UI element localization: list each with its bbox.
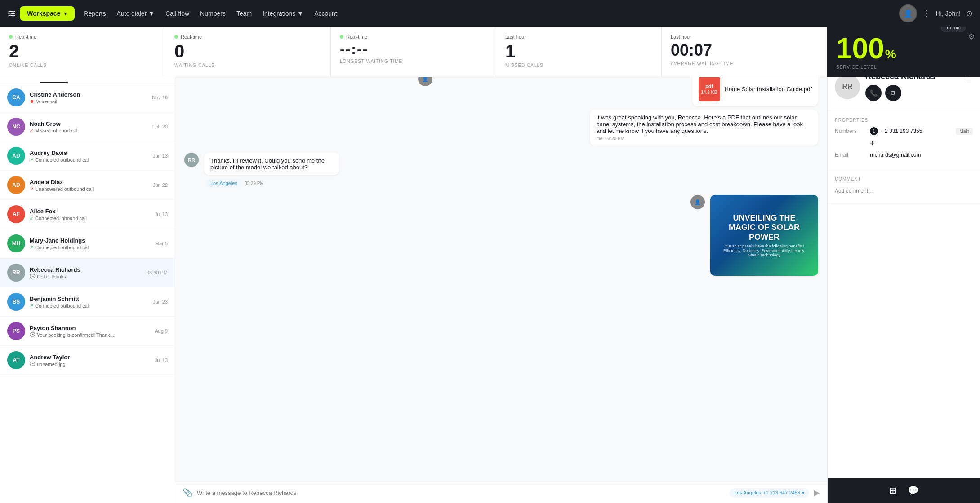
metric-type-label: Real-time [15,34,36,40]
grid-icon[interactable]: ⊞ [889,485,897,496]
call-button[interactable]: 📞 [865,85,882,101]
status-text: Connected inbound call [35,216,87,221]
numbers-label: Numbers [835,128,866,134]
more-icon[interactable]: ⋮ [922,9,931,18]
nav-right: 👤 ⋮ Hi, John! ⊙ [899,4,973,22]
comment-section: COMMENT [828,169,980,203]
location-tag: Los Angeles [206,179,242,188]
contact-time: Nov 16 [152,95,168,100]
list-item[interactable]: AF Alice Fox ↙ Connected inbound call Ju… [0,200,175,229]
service-level-label: SERVICE LEVEL [836,65,971,70]
list-item[interactable]: AT Andrew Taylor 💬 unnamed.jpg Jul 13 [0,346,175,375]
contact-time: Feb 20 [152,124,168,129]
status-icon: 💬 [30,274,35,279]
status-icon: ↙ [30,128,33,133]
contact-status: ↗ Connected outbound call [30,157,148,163]
contact-name: Alice Fox [30,208,150,215]
nav-numbers[interactable]: Numbers [200,10,226,17]
dropdown-chevron-icon: ▾ [802,490,805,496]
online-calls-label: ONLINE CALLS [9,63,156,68]
number-value: +1 831 293 7355 [882,128,952,134]
list-item[interactable]: CA Cristine Anderson ⏺ Voicemail Nov 16 [0,83,175,112]
chat-icon[interactable]: 💬 [908,485,919,496]
contact-name: Noah Crow [30,120,148,127]
contact-time: Jul 13 [155,212,168,217]
number-badge: 1 [870,127,878,135]
metric-type-label-3: Real-time [346,34,367,40]
comment-input[interactable] [835,186,973,196]
workspace-button[interactable]: Workspace ▼ [20,6,75,21]
email-button[interactable]: ✉ [885,85,901,101]
list-item[interactable]: AD Angela Diaz ↗ Unanswered outbound cal… [0,171,175,200]
status-icon: ↙ [30,216,33,221]
chat-panel: pdf 14.3 KB Home Solar Installation Guid… [175,63,827,503]
integrations-chevron-icon: ▼ [297,10,303,17]
status-text: Connected outbound call [35,157,90,163]
add-number-row: + [835,139,973,148]
attach-icon[interactable]: 📎 [183,488,192,498]
nav-autodialer[interactable]: Auto dialer ▼ [116,10,155,17]
status-icon: ↗ [30,157,33,162]
message-image: UNVEILING THE MAGIC OF SOLAR POWER Our s… [184,195,818,276]
list-item[interactable]: RR Rebecca Richards 💬 Got it, thanks! 03… [0,258,175,287]
metric-type-label-5: Last hour [671,34,691,40]
contact-status: 💬 Got it, thanks! [30,274,142,279]
chat-location-tag[interactable]: Los Angeles +1 213 647 2453 ▾ [730,488,809,498]
avg-wait-label: AVERAGE WAITING TIME [671,61,818,66]
status-text: Your booking is confirmed! Thank ... [37,332,116,338]
contact-avatar-chat: RR [184,153,199,167]
contact-info: Andrew Taylor 💬 unnamed.jpg [30,354,150,367]
help-icon[interactable]: ⊙ [966,9,973,18]
chat-messages: pdf 14.3 KB Home Solar Installation Guid… [175,63,827,482]
realtime-dot-2 [174,35,178,39]
greeting: Hi, John! [936,10,961,17]
contact-time: Jun 22 [153,182,168,188]
chat-location-text: Los Angeles [734,490,761,495]
msg-sender: me [596,136,602,141]
status-text: Connected outbound call [35,303,90,309]
metric-avg-wait: Last hour 00:07 AVERAGE WAITING TIME [662,27,827,77]
list-item[interactable]: MH Mary-Jane Holdings ↗ Connected outbou… [0,229,175,258]
nav-team[interactable]: Team [236,10,252,17]
contact-name: Andrew Taylor [30,354,150,361]
online-calls-value: 2 [9,41,156,61]
nav-account[interactable]: Account [314,10,337,17]
contact-list: CA Cristine Anderson ⏺ Voicemail Nov 16 … [0,83,175,503]
workspace-chevron-icon: ▼ [63,11,67,16]
nav-links: Reports Auto dialer ▼ Call flow Numbers … [84,10,899,17]
autodialer-chevron-icon: ▼ [148,10,155,17]
realtime-dot-3 [340,35,343,39]
metric-online-calls: Real-time 2 ONLINE CALLS [0,27,165,77]
contact-status: ↙ Missed inbound call [30,128,148,133]
avatar: BS [7,293,25,311]
contact-info: Alice Fox ↙ Connected inbound call [30,208,150,221]
status-text: Got it, thanks! [37,274,67,279]
nav-callflow[interactable]: Call flow [165,10,189,17]
contact-info: Cristine Anderson ⏺ Voicemail [30,91,147,104]
image-attachment[interactable]: UNVEILING THE MAGIC OF SOLAR POWER Our s… [710,195,818,276]
nav-integrations[interactable]: Integrations ▼ [263,10,303,17]
chat-input[interactable] [197,490,725,496]
missed-calls-label: MISSED CALLS [505,63,652,68]
right-panel: RR Rebecca Richards 🗑 📞 ✉ PROPERTIES Num… [827,63,980,503]
pdf-icon: pdf 14.3 KB [699,76,720,101]
service-level-pct: % [885,47,896,62]
longest-wait-value: --:-- [340,41,487,57]
service-level-value: 100 [836,34,884,63]
metrics-bar: Real-time 2 ONLINE CALLS Real-time 0 WAI… [0,27,980,77]
chat-input-bar: 📎 Los Angeles +1 213 647 2453 ▾ ▶ [175,482,827,503]
contact-status: ↗ Connected outbound call [30,245,151,250]
msg-text-bubble: It was great speaking with you, Rebecca.… [590,110,818,146]
add-number-button[interactable]: + [870,139,875,148]
list-item[interactable]: AD Audrey Davis ↗ Connected outbound cal… [0,141,175,171]
contact-status: ⏺ Voicemail [30,99,147,104]
list-item[interactable]: BS Benjamin Schmitt ↗ Connected outbound… [0,287,175,317]
contact-info: Mary-Jane Holdings ↗ Connected outbound … [30,237,151,250]
nav-reports[interactable]: Reports [84,10,106,17]
list-item[interactable]: PS Payton Shannon 💬 Your booking is conf… [0,317,175,346]
contact-time: 03:30 PM [147,270,168,275]
send-icon[interactable]: ▶ [814,488,820,498]
settings-icon[interactable]: ⚙ [968,32,975,41]
list-item[interactable]: NC Noah Crow ↙ Missed inbound call Feb 2… [0,112,175,141]
main-tag: Main [956,128,973,135]
